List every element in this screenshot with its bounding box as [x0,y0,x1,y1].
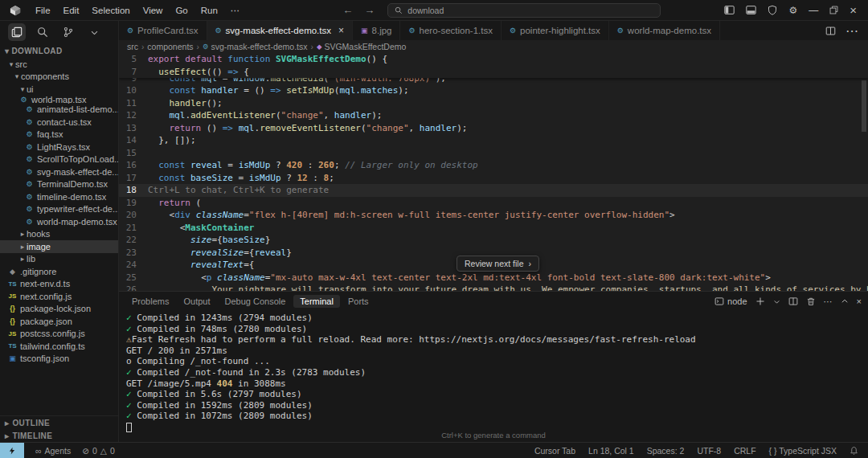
code-line-10[interactable]: 10 const handler = () => setIsMdUp(mql.m… [119,84,868,97]
timeline-section[interactable]: ▸TIMELINE [0,429,118,442]
review-next-file-button[interactable]: Review next file› [457,256,539,272]
tree-item-typewriter-effect-de[interactable]: ⚙typewriter-effect-de... [0,203,118,216]
tree-item-tailwind-config-ts[interactable]: TStailwind.config.ts [0,340,118,353]
menu-more[interactable]: ⋯ [224,5,247,16]
menu-go[interactable]: Go [169,6,194,15]
more-actions-icon[interactable]: ⋯ [845,23,858,39]
menu-file[interactable]: File [29,6,57,15]
tree-item-components[interactable]: ▾components [0,71,118,84]
code-line-12[interactable]: 12 mql.addEventListener("change", handle… [119,109,868,122]
minimize-button[interactable]: — [809,5,818,16]
chevron-down-icon[interactable] [85,23,103,41]
status-utf-8[interactable]: UTF-8 [697,446,721,456]
panel-tab-ports[interactable]: Ports [342,295,375,308]
remote-indicator[interactable] [0,443,24,458]
code-line-25[interactable]: 25 <p className="mx-auto max-w-4xl text-… [119,272,868,284]
breadcrumb-item-svg-mask-effect-demo-tsx[interactable]: ⚙svg-mask-effect-demo.tsx [203,42,308,51]
code-line-5[interactable]: 5export default function SVGMaskEffectDe… [119,53,868,66]
forward-button[interactable]: → [364,4,375,16]
toggle-sidebar-icon[interactable] [724,5,735,15]
tree-item-world-map-tsx[interactable]: ⚙world-map.tsx [0,96,118,104]
status-spaces-2[interactable]: Spaces: 2 [647,446,685,456]
tab-world-map-demo-tsx[interactable]: ⚙world-map-demo.tsx [609,21,720,40]
tab-pointer-highlight-tsx[interactable]: ⚙pointer-highlight.tsx [502,21,609,40]
tab-svg-mask-effect-demo-tsx[interactable]: ⚙svg-mask-effect-demo.tsx× [207,21,354,40]
close-button[interactable]: × [850,3,857,17]
command-search-box[interactable]: download [387,3,661,18]
tree-item-terminaldemo-tsx[interactable]: ⚙TerminalDemo.tsx [0,178,118,191]
code-line-22[interactable]: 22 size={baseSize} [119,234,868,247]
agents-button[interactable]: ∞Agents [35,446,71,456]
panel-tab-problems[interactable]: Problems [125,295,175,308]
explorer-files-icon[interactable] [8,23,26,41]
tree-item-ui[interactable]: ▾ui [0,83,118,96]
close-tab-icon[interactable]: × [338,25,344,36]
code-line-19[interactable]: 19 return ( [119,197,868,210]
code-line-26[interactable]: 26 Your nightmare will transform into yo… [119,284,868,291]
close-panel-icon[interactable]: × [857,296,862,306]
status-crlf[interactable]: CRLF [734,446,755,456]
panel-tab-terminal[interactable]: Terminal [293,295,340,308]
tree-item-gitignore[interactable]: ◆.gitignore [0,265,118,278]
tree-item-scrolltotoponload[interactable]: ⚙ScrollToTopOnLoad.... [0,153,118,166]
maximize-panel-icon[interactable] [841,297,849,305]
tab-hero-section-1-tsx[interactable]: ⚙hero-section-1.tsx [400,21,501,40]
terminal-dropdown-icon[interactable] [773,298,780,305]
menu-selection[interactable]: Selection [85,6,136,15]
settings-gear-icon[interactable]: ⚙ [788,5,797,16]
explorer-section-header[interactable]: ▾ DOWNLOAD [0,43,118,58]
code-line-14[interactable]: 14 }, []); [119,134,868,147]
code-line-17[interactable]: 17 const baseSize = isMdUp ? 12 : 8; [119,172,868,185]
restore-button[interactable] [829,6,838,14]
tree-item-postcss-config-js[interactable]: JSpostcss.config.js [0,328,118,341]
kill-terminal-trash-icon[interactable] [806,296,816,306]
tab-profilecard-tsx[interactable]: ⚙ProfileCard.tsx [119,21,207,40]
code-line-9[interactable]: 9 const mql = window.matchMedia("(min-wi… [119,78,868,84]
source-control-icon[interactable] [59,23,77,41]
tree-item-image[interactable]: ▸image [0,240,118,253]
tree-item-src[interactable]: ▾src [0,58,118,71]
toggle-panel-icon[interactable] [746,5,756,15]
tree-item-next-config-js[interactable]: JSnext.config.js [0,290,118,303]
code-line-13[interactable]: 13 return () => mql.removeEventListener(… [119,122,868,135]
panel-tab-output[interactable]: Output [177,295,216,308]
tree-item-lib[interactable]: ▸lib [0,253,118,266]
tree-item-lightrays-tsx[interactable]: ⚙LightRays.tsx [0,141,118,153]
menu-edit[interactable]: Edit [57,6,86,15]
tree-item-animated-list-demo[interactable]: ⚙animated-list-demo... [0,104,118,117]
terminal-output[interactable]: ✓ Compiled in 1243ms (2794 modules)✓ Com… [119,311,868,442]
breadcrumb-item-src[interactable]: src [127,42,138,51]
back-button[interactable]: ← [342,4,353,16]
code-editor[interactable]: 5export default function SVGMaskEffectDe… [119,53,868,291]
tree-item-svg-mask-effect-de[interactable]: ⚙svg-mask-effect-de... [0,166,118,178]
code-line-15[interactable]: 15 [119,147,868,160]
tree-item-hooks[interactable]: ▸hooks [0,228,118,241]
code-line-11[interactable]: 11 handler(); [119,97,868,110]
status-ln-18-col-1[interactable]: Ln 18, Col 1 [588,446,634,456]
tree-item-package-lock-json[interactable]: {}package-lock.json [0,303,118,316]
outline-section[interactable]: ▸OUTLINE [0,416,118,429]
tree-item-contact-us-tsx[interactable]: ⚙contact-us.tsx [0,116,118,129]
tree-item-tsconfig-json[interactable]: ▣tsconfig.json [0,353,118,366]
status-cursor-tab[interactable]: Cursor Tab [534,446,575,456]
panel-more-icon[interactable]: ⋯ [824,296,833,307]
code-line-21[interactable]: 21 <MaskContainer [119,222,868,235]
split-editor-icon[interactable] [825,26,836,36]
panel-tab-debug-console[interactable]: Debug Console [219,295,293,308]
tree-item-faq-tsx[interactable]: ⚙faq.tsx [0,129,118,141]
menu-run[interactable]: Run [194,6,224,15]
new-terminal-icon[interactable] [755,296,765,306]
editor-scrollbar[interactable] [860,53,868,291]
tree-item-timeline-demo-tsx[interactable]: ⚙timeline-demo.tsx [0,190,118,203]
tree-item-package-json[interactable]: {}package.json [0,315,118,328]
breadcrumb-item-components[interactable]: components [147,42,193,51]
code-line-7[interactable]: 7 useEffect(() => { [119,66,868,79]
bell-icon[interactable] [850,446,858,456]
status-typescript-jsx[interactable]: { } TypeScript JSX [769,446,837,456]
menu-view[interactable]: View [137,6,170,15]
shield-icon[interactable] [768,5,777,15]
breadcrumb-item-svgmaskeffectdemo[interactable]: ◆SVGMaskEffectDemo [317,42,406,51]
terminal-profile[interactable]: node [714,296,747,306]
split-terminal-icon[interactable] [788,296,798,306]
code-line-16[interactable]: 16 const reveal = isMdUp ? 420 : 260; //… [119,159,868,172]
